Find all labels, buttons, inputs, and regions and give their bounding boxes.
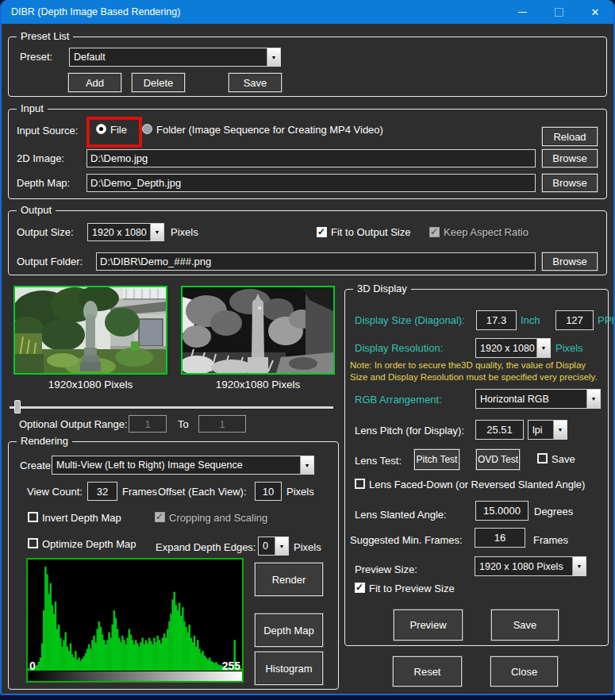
fit-preview-label[interactable]: Fit to Preview Size (369, 583, 455, 594)
range-to-label: To (178, 418, 189, 430)
histogram-view-button[interactable]: Histogram (255, 652, 323, 685)
2d-image-input[interactable] (86, 149, 536, 167)
faced-down-label[interactable]: Lens Faced-Down (or Reversed Slanted Ang… (369, 479, 585, 490)
minimize-icon (518, 12, 527, 13)
preset-group-label: Preset List (17, 30, 73, 42)
dropdown-arrow-icon[interactable] (150, 224, 163, 240)
dropdown-arrow-icon[interactable] (275, 537, 288, 555)
fit-preview-checkbox[interactable] (355, 583, 365, 593)
display-resolution-select[interactable]: 1920 x 1080 (475, 338, 551, 358)
preset-add-button[interactable]: Add (68, 73, 121, 92)
preset-delete-button[interactable]: Delete (132, 73, 185, 92)
preset-select[interactable]: Default (69, 48, 281, 67)
preview-button[interactable]: Preview (394, 610, 463, 640)
slanted-angle-input[interactable] (475, 501, 529, 521)
render-button[interactable]: Render (255, 563, 323, 596)
folder-radio-label[interactable]: Folder (Image Sequence for Creating MP4 … (156, 124, 383, 136)
histogram-bars (28, 561, 242, 671)
close-button[interactable] (577, 0, 613, 24)
minimize-button[interactable] (504, 0, 540, 24)
reset-button[interactable]: Reset (393, 656, 462, 687)
keep-aspect-label: Keep Aspect Ratio (444, 226, 529, 238)
display-resolution-label: Display Resolution: (355, 342, 443, 354)
depth-map-input[interactable] (86, 174, 536, 192)
dropdown-arrow-icon[interactable] (572, 557, 586, 575)
ppi-input[interactable] (555, 310, 594, 330)
rendering-group: Rendering Create: Multi-View (Left to Ri… (8, 441, 339, 690)
fit-output-checkbox[interactable] (317, 227, 327, 237)
dropdown-arrow-icon[interactable] (586, 390, 600, 408)
lens-test-save-label[interactable]: Save (552, 453, 575, 465)
lens-pitch-input[interactable] (475, 420, 524, 440)
window-title: DIBR (Depth Image Based Rendering) (11, 6, 180, 17)
dropdown-arrow-icon[interactable] (553, 421, 567, 439)
2d-image-preview (13, 286, 167, 375)
expand-edges-select[interactable]: 0 (258, 537, 289, 556)
invert-depth-label[interactable]: Invert Depth Map (42, 512, 121, 524)
frame-slider-thumb[interactable] (14, 400, 21, 413)
range-to-input (198, 415, 246, 433)
create-select[interactable]: Multi-View (Left to Right) Image Sequenc… (52, 456, 314, 475)
input-source-label: Input Source: (17, 125, 78, 137)
dropdown-arrow-icon[interactable] (536, 339, 550, 357)
invert-depth-checkbox[interactable] (28, 512, 38, 522)
pitch-unit-value: lpi (529, 421, 553, 439)
output-size-label: Output Size: (17, 226, 74, 238)
dropdown-arrow-icon[interactable] (300, 456, 313, 474)
2d-image-preview-art (15, 287, 166, 373)
optimize-depth-checkbox[interactable] (28, 538, 38, 548)
pitch-test-button[interactable]: Pitch Test (414, 449, 459, 470)
offset-label: Offset (Each View): (158, 486, 247, 498)
2d-image-browse-button[interactable]: Browse (542, 149, 598, 167)
preset-label: Preset: (20, 51, 52, 63)
offset-unit: Pixels (286, 486, 314, 498)
optimize-depth-label[interactable]: Optimize Depth Map (42, 538, 136, 550)
faced-down-checkbox[interactable] (355, 479, 365, 489)
depth-map-caption: 1920x1080 Pixels (181, 379, 335, 390)
title-bar: DIBR (Depth Image Based Rendering) (0, 0, 615, 24)
lens-test-save-checkbox[interactable] (537, 453, 548, 463)
histogram-min-label: 0 (29, 660, 36, 672)
output-group-label: Output (17, 204, 56, 216)
min-frames-unit: Frames (533, 534, 568, 546)
display3d-group: 3D Display Display Size (Diagonal): Inch… (344, 289, 609, 646)
preview-size-select[interactable]: 1920 x 1080 Pixels (475, 556, 586, 576)
depth-map-view-button[interactable]: Depth Map (255, 613, 323, 647)
rgb-arrangement-select[interactable]: Horizontal RGB (475, 389, 601, 409)
inch-unit: Inch (521, 314, 540, 326)
note-line-2: Size and Display Resolution must be spec… (350, 371, 598, 383)
preview-size-label: Preview Size: (355, 563, 417, 575)
offset-input[interactable] (255, 482, 282, 501)
min-frames-input[interactable] (475, 528, 525, 548)
pitch-unit-select[interactable]: lpi (528, 420, 567, 440)
main-content: Preset List Preset: Default Add Delete S… (2, 24, 613, 694)
maximize-button[interactable] (540, 0, 577, 24)
view-count-input[interactable] (87, 482, 117, 501)
annotation-highlight-box (86, 117, 142, 148)
preset-save-button[interactable]: Save (229, 73, 282, 92)
ovd-test-button[interactable]: OVD Test (476, 449, 520, 470)
depth-map-preview (181, 286, 335, 375)
diagonal-input[interactable] (476, 310, 517, 330)
preview-size-value: 1920 x 1080 Pixels (475, 557, 572, 575)
fit-output-label[interactable]: Fit to Output Size (331, 226, 410, 238)
frame-slider-track[interactable] (10, 406, 333, 410)
view-count-unit: Frames (122, 486, 157, 498)
output-folder-input[interactable] (96, 252, 536, 271)
save-3d-button[interactable]: Save (491, 610, 559, 640)
min-frames-label: Suggested Min. Frames: (350, 534, 463, 546)
preset-select-value: Default (70, 48, 267, 66)
create-label: Create: (20, 460, 54, 471)
histogram-max-label: 255 (222, 660, 240, 672)
folder-radio[interactable] (142, 124, 152, 134)
output-folder-browse-button[interactable]: Browse (542, 252, 598, 271)
output-size-select[interactable]: 1920 x 1080 (87, 223, 164, 241)
close-dialog-button[interactable]: Close (490, 656, 558, 687)
range-from-input (129, 415, 167, 433)
preset-group: Preset List Preset: Default Add Delete S… (8, 37, 607, 97)
close-icon (591, 5, 600, 19)
reload-button[interactable]: Reload (542, 127, 598, 146)
depth-map-browse-button[interactable]: Browse (542, 174, 598, 192)
lens-test-label: Lens Test: (355, 455, 402, 467)
dropdown-arrow-icon[interactable] (267, 48, 280, 66)
